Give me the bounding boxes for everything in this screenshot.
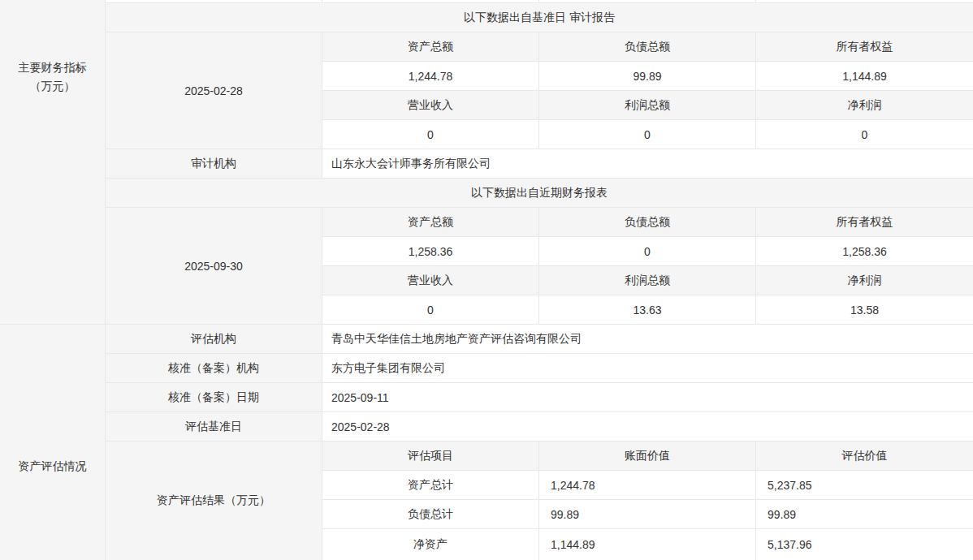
- section-label-line2: （万元）: [0, 77, 105, 96]
- table-value-row: 负债总计 99.89 99.89: [322, 500, 973, 529]
- book-net-assets: 1,144.89: [539, 529, 756, 560]
- table-header-row: 资产总额 负债总额 所有者权益: [322, 208, 973, 237]
- header-assessed-value: 评估价值: [756, 442, 973, 470]
- section-label-line1: 主要财务指标: [0, 58, 105, 77]
- header-total-profit: 利润总额: [539, 91, 756, 119]
- evaluation-base-date-label: 评估基准日: [106, 412, 322, 441]
- header-total-profit: 利润总额: [539, 266, 756, 295]
- approval-date-label: 核准（备案）日期: [106, 383, 322, 411]
- banner-recent-statements: 以下数据出自近期财务报表: [106, 179, 973, 208]
- evaluation-base-date-row: 评估基准日 2025-02-28: [106, 412, 973, 442]
- financial-subtable: 资产总额 负债总额 所有者权益 1,258.36 0 1,258.36 营业收入…: [322, 208, 973, 324]
- evaluation-result-label: 资产评估结果（万元）: [106, 442, 322, 560]
- audit-agency-label: 审计机构: [106, 149, 322, 178]
- value-net-profit: 13.58: [756, 295, 973, 324]
- cutoff-cell: [106, 0, 322, 2]
- value-owners-equity: 1,144.89: [756, 62, 973, 90]
- header-owners-equity: 所有者权益: [756, 208, 973, 236]
- table-value-row: 1,258.36 0 1,258.36: [322, 237, 973, 266]
- audit-agency-row: 审计机构 山东永大会计师事务所有限公司: [106, 149, 973, 179]
- approval-date-value: 2025-09-11: [322, 383, 973, 411]
- table-value-row: 资产总计 1,244.78 5,237.85: [322, 471, 973, 500]
- header-net-profit: 净利润: [756, 266, 973, 295]
- value-operating-income: 0: [322, 120, 539, 149]
- value-operating-income: 0: [322, 295, 539, 324]
- evaluation-agency-row: 评估机构 青岛中天华佳信土地房地产资产评估咨询有限公司: [106, 325, 973, 354]
- evaluation-agency-label: 评估机构: [106, 325, 322, 353]
- assessed-total-assets: 5,237.85: [756, 471, 973, 499]
- cutoff-cell: [322, 0, 539, 2]
- table-value-row: 0 0 0: [322, 120, 973, 149]
- item-total-assets: 资产总计: [322, 471, 539, 499]
- section-label-line1: 资产评估情况: [0, 458, 105, 474]
- banner-text: 以下数据出自基准日 审计报告: [464, 11, 615, 25]
- value-net-profit: 0: [756, 120, 973, 149]
- book-total-liabilities: 99.89: [539, 500, 756, 528]
- header-eval-item: 评估项目: [322, 442, 539, 470]
- item-net-assets: 净资产: [322, 529, 539, 560]
- value-total-profit: 13.63: [539, 295, 756, 324]
- row-group-label-column: 主要财务指标 （万元） 资产评估情况: [0, 0, 106, 560]
- evaluation-result-table: 评估项目 账面价值 评估价值 资产总计 1,244.78 5,237.85 负债…: [322, 442, 973, 560]
- header-operating-income: 营业收入: [322, 91, 539, 119]
- banner-text: 以下数据出自近期财务报表: [471, 186, 608, 200]
- value-owners-equity: 1,258.36: [756, 237, 973, 265]
- table-content-area: 以下数据出自基准日 审计报告 2025-02-28 资产总额 负债总额 所有者权…: [106, 0, 973, 560]
- header-total-liabilities: 负债总额: [539, 32, 756, 61]
- table-header-row: 评估项目 账面价值 评估价值: [322, 442, 973, 471]
- header-total-liabilities: 负债总额: [539, 208, 756, 236]
- value-total-liabilities: 0: [539, 237, 756, 265]
- financial-subtable: 资产总额 负债总额 所有者权益 1,244.78 99.89 1,144.89 …: [322, 32, 973, 149]
- item-total-liabilities: 负债总计: [322, 500, 539, 528]
- assessed-net-assets: 5,137.96: [756, 529, 973, 560]
- header-total-assets: 资产总额: [322, 32, 539, 61]
- financial-table-baseline: 2025-02-28 资产总额 负债总额 所有者权益 1,244.78 99.8…: [106, 32, 973, 149]
- financial-info-panel: 主要财务指标 （万元） 资产评估情况 以下数据出自基准日 审计报告 2025-0…: [0, 0, 973, 560]
- date-cell: 2025-02-28: [106, 32, 322, 149]
- evaluation-result-block: 资产评估结果（万元） 评估项目 账面价值 评估价值 资产总计 1,244.78 …: [106, 442, 973, 560]
- table-value-row: 1,244.78 99.89 1,144.89: [322, 62, 973, 91]
- cutoff-cell: [756, 0, 973, 2]
- value-total-liabilities: 99.89: [539, 62, 756, 90]
- approval-agency-label: 核准（备案）机构: [106, 354, 322, 382]
- book-total-assets: 1,244.78: [539, 471, 756, 499]
- approval-date-row: 核准（备案）日期 2025-09-11: [106, 383, 973, 412]
- banner-baseline-audit-report: 以下数据出自基准日 审计报告: [106, 3, 973, 32]
- value-total-assets: 1,244.78: [322, 62, 539, 90]
- assessed-total-liabilities: 99.89: [756, 500, 973, 528]
- header-total-assets: 资产总额: [322, 208, 539, 236]
- financial-table-recent: 2025-09-30 资产总额 负债总额 所有者权益 1,258.36 0 1,…: [106, 208, 973, 325]
- evaluation-base-date-value: 2025-02-28: [322, 412, 973, 441]
- approval-agency-row: 核准（备案）机构 东方电子集团有限公司: [106, 354, 973, 383]
- date-cell: 2025-09-30: [106, 208, 322, 324]
- table-header-row: 营业收入 利润总额 净利润: [322, 266, 973, 295]
- evaluation-agency-value: 青岛中天华佳信土地房地产资产评估咨询有限公司: [322, 325, 973, 353]
- table-header-row: 资产总额 负债总额 所有者权益: [322, 32, 973, 62]
- header-operating-income: 营业收入: [322, 266, 539, 295]
- audit-agency-value: 山东永大会计师事务所有限公司: [322, 149, 973, 178]
- approval-agency-value: 东方电子集团有限公司: [322, 354, 973, 382]
- section-label-asset-evaluation: 资产评估情况: [0, 325, 105, 560]
- cutoff-cell: [539, 0, 756, 2]
- header-book-value: 账面价值: [539, 442, 756, 470]
- value-total-profit: 0: [539, 120, 756, 149]
- table-header-row: 营业收入 利润总额 净利润: [322, 91, 973, 120]
- value-total-assets: 1,258.36: [322, 237, 539, 265]
- header-net-profit: 净利润: [756, 91, 973, 119]
- table-value-row: 0 13.63 13.58: [322, 295, 973, 324]
- table-value-row: 净资产 1,144.89 5,137.96: [322, 529, 973, 560]
- section-label-financial-indicators: 主要财务指标 （万元）: [0, 0, 105, 325]
- header-owners-equity: 所有者权益: [756, 32, 973, 61]
